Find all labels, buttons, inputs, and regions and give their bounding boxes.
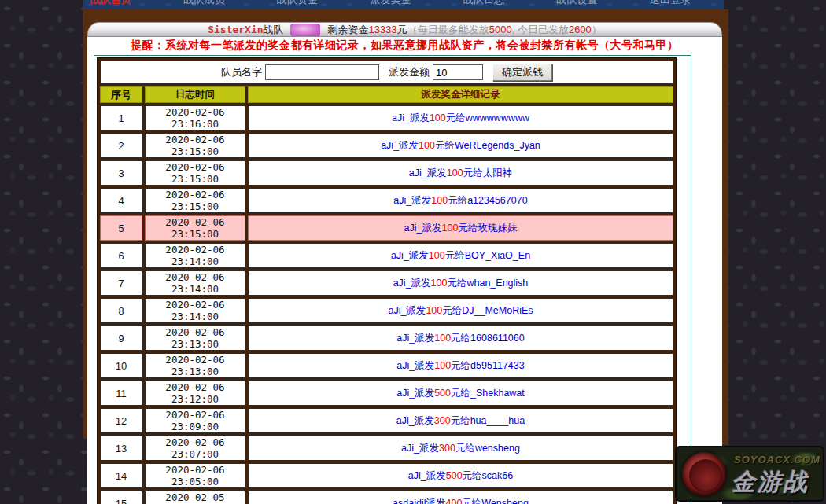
payout-record: aJi_派发100元给WeRLegends_Jyan — [248, 133, 673, 158]
team-name-en: SisterXin — [208, 24, 263, 35]
payout-record: aJi_派发300元给wensheng — [248, 436, 673, 461]
daily-max: 5000 — [489, 24, 512, 35]
payout-recipient: _Shekhawat — [470, 388, 525, 399]
nav-logo-fragment[interactable]: 战队首页 — [90, 0, 131, 7]
payout-payer-action: aJi_派发 — [396, 333, 434, 344]
payout-suffix: 元给 — [451, 333, 470, 344]
payout-record: aJi_派发100元给DJ__MeMoRiEs — [248, 298, 673, 323]
row-timestamp: 2020-02-06 23:14:00 — [145, 270, 245, 296]
payout-payer-action: aJi_派发 — [396, 388, 434, 399]
log-table-box: 队员名字 派发金额 确定派钱 序号 日志时间 派发奖 — [94, 55, 691, 504]
payout-payer-action: aJi_派发 — [393, 195, 431, 206]
payout-payer-action: aJi_派发 — [388, 305, 426, 316]
member-name-label: 队员名字 — [221, 65, 262, 79]
form-row: 队员名字 派发金额 确定派钱 — [100, 61, 673, 84]
payout-suffix: 元给 — [463, 167, 483, 178]
payout-suffix: 元给 — [442, 305, 462, 316]
row-timestamp: 2020-02-06 23:12:00 — [145, 381, 245, 406]
table-row: 152020-02-05 19:11:00asdajdil派发400元给Wens… — [100, 491, 673, 504]
nav-item[interactable]: 战队设置 — [557, 0, 598, 7]
table-header-row: 序号 日志时间 派发奖金详细记录 — [100, 86, 673, 103]
payout-record: aJi_派发300元给hua____hua — [248, 408, 673, 433]
content-frame: SisterXin战队 剩余资金13333元（每日最多能发放5000, 今日已发… — [83, 9, 722, 439]
payout-record: aJi_派发500元给scak66 — [248, 463, 673, 488]
payout-suffix: 元给 — [451, 388, 470, 399]
table-row: 32020-02-06 23:15:00aJi_派发100元给太阳神 — [100, 160, 673, 186]
confirm-pay-button[interactable]: 确定派钱 — [492, 64, 552, 81]
table-row: 72020-02-06 23:14:00aJi_派发100元给whan_Engl… — [100, 270, 673, 296]
payout-record: aJi_派发100元给太阳神 — [248, 160, 673, 186]
nav-item[interactable]: 退出登录 — [650, 0, 691, 7]
table-row: 132020-02-06 23:07:00aJi_派发300元给wensheng — [100, 436, 673, 461]
payout-suffix: 元给 — [458, 223, 478, 234]
payout-log-table: 队员名字 派发金额 确定派钱 序号 日志时间 派发奖 — [97, 57, 677, 504]
payout-amount: 100 — [419, 140, 435, 151]
payout-record: aJi_派发100元给d595117433 — [248, 353, 673, 378]
logo-emblem-icon — [682, 452, 726, 496]
nav-item[interactable]: 派发奖金 — [371, 0, 411, 7]
funds-label: 剩余资金 — [328, 23, 369, 37]
payout-amount: 100 — [430, 112, 446, 123]
payout-record: aJi_派发100元给wwwwwwwww — [248, 105, 673, 131]
row-number: 10 — [100, 353, 142, 378]
row-number: 12 — [100, 408, 142, 433]
warning-notice: 提醒：系统对每一笔派发的奖金都有详细记录，如果恶意挪用战队资产，将会被封禁所有帐… — [87, 37, 722, 55]
row-number: 13 — [100, 436, 142, 461]
nav-item[interactable]: 战队日志 — [463, 0, 504, 7]
payout-payer-action: aJi_派发 — [401, 443, 439, 454]
row-number: 6 — [100, 243, 142, 268]
logo-brand-text: 金游战队 — [732, 466, 823, 502]
funds-unit: 元 — [397, 23, 407, 37]
payout-recipient: wensheng — [475, 443, 520, 454]
amount-input[interactable] — [433, 64, 483, 80]
table-row: 62020-02-06 23:14:00aJi_派发100元给BOY_XiaO_… — [100, 243, 673, 268]
payout-recipient: a1234567070 — [467, 195, 527, 206]
member-name-input[interactable] — [265, 64, 379, 80]
payout-record: aJi_派发100元给whan_English — [248, 270, 673, 296]
row-number: 5 — [100, 215, 142, 241]
row-timestamp: 2020-02-06 23:15:00 — [145, 188, 245, 213]
payout-recipient: wwwwwwwww — [466, 112, 529, 123]
funds-value: 13333 — [369, 24, 397, 35]
row-timestamp: 2020-02-06 23:07:00 — [145, 436, 245, 461]
payout-suffix: 元给 — [445, 250, 465, 261]
table-row: 122020-02-06 23:09:00aJi_派发300元给hua____h… — [100, 408, 673, 433]
payout-recipient: 玫瑰妹妹 — [478, 223, 517, 234]
col-header-time: 日志时间 — [145, 86, 245, 103]
col-header-record: 派发奖金详细记录 — [248, 86, 673, 103]
row-timestamp: 2020-02-06 23:16:00 — [145, 105, 245, 131]
decor-image — [290, 24, 320, 36]
payout-suffix: 元给 — [451, 360, 470, 371]
payout-payer-action: aJi_派发 — [396, 415, 434, 426]
nav-item[interactable]: 战队成员 — [184, 0, 225, 7]
table-row: 42020-02-06 23:15:00aJi_派发100元给a12345670… — [100, 188, 673, 213]
panel-body: 提醒：系统对每一笔派发的奖金都有详细记录，如果恶意挪用战队资产，将会被封禁所有帐… — [87, 37, 722, 504]
row-timestamp: 2020-02-06 23:15:00 — [145, 133, 245, 158]
payout-suffix: 元给 — [447, 278, 466, 289]
row-timestamp: 2020-02-06 23:09:00 — [145, 408, 245, 433]
row-number: 3 — [100, 160, 142, 186]
payout-payer-action: aJi_派发 — [381, 140, 419, 151]
col-header-index: 序号 — [100, 86, 142, 103]
payout-amount: 300 — [439, 443, 455, 454]
table-row: 92020-02-06 23:13:00aJi_派发100元给160861106… — [100, 326, 673, 351]
row-timestamp: 2020-02-06 23:05:00 — [145, 463, 245, 488]
payout-record: aJi_派发100元给BOY_XiaO_En — [248, 243, 673, 268]
row-number: 8 — [100, 298, 142, 323]
payout-recipient: hua____hua — [470, 415, 525, 426]
payout-amount: 100 — [447, 167, 463, 178]
table-row: 22020-02-06 23:15:00aJi_派发100元给WeRLegend… — [100, 133, 673, 158]
payout-amount: 100 — [429, 250, 445, 261]
row-timestamp: 2020-02-06 23:14:00 — [145, 298, 245, 323]
payout-suffix: 元给 — [448, 195, 467, 206]
funds-note-open: （每日最多能发放 — [407, 23, 489, 37]
nav-item[interactable]: 战队资金 — [277, 0, 318, 7]
payout-recipient: 1608611060 — [470, 333, 525, 344]
payout-recipient: BOY_XiaO_En — [465, 250, 530, 261]
payout-amount: 400 — [445, 498, 462, 504]
payout-amount: 100 — [434, 360, 451, 371]
payout-recipient: DJ__MeMoRiEs — [462, 305, 533, 316]
row-number: 9 — [100, 326, 142, 351]
payout-suffix: 元给 — [435, 140, 455, 151]
payout-record: aJi_派发100元给玫瑰妹妹 — [248, 215, 673, 241]
